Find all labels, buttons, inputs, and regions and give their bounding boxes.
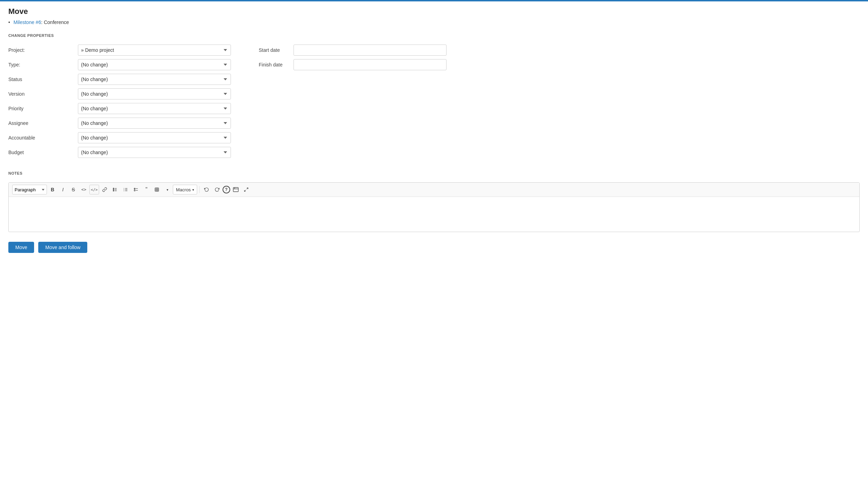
move-button[interactable]: Move <box>8 242 34 253</box>
priority-label: Priority <box>8 106 78 111</box>
change-properties-header: CHANGE PROPERTIES <box>8 33 860 39</box>
start-date-input[interactable] <box>294 45 447 56</box>
unordered-list-button[interactable] <box>110 185 120 194</box>
finish-date-row: Finish date <box>259 59 447 70</box>
priority-select[interactable]: (No change) <box>78 103 231 114</box>
notes-header: NOTES <box>8 171 860 177</box>
milestone-line: • Milestone #6: Conference <box>8 19 860 25</box>
start-date-row: Start date <box>259 45 447 56</box>
redo-button[interactable] <box>212 185 222 194</box>
type-label: Type: <box>8 62 78 67</box>
notes-section: NOTES Paragraph B I S <> </> 123 " <box>8 171 860 232</box>
change-properties-section: CHANGE PROPERTIES Project: » Demo projec… <box>8 33 860 161</box>
status-label: Status <box>8 77 78 82</box>
accountable-row: Accountable (No change) <box>8 132 231 143</box>
assignee-row: Assignee (No change) <box>8 118 231 129</box>
bold-button[interactable]: B <box>48 185 57 194</box>
bullet: • <box>8 19 10 25</box>
table-button[interactable] <box>152 185 162 194</box>
link-button[interactable] <box>100 185 110 194</box>
page-title: Move <box>8 7 860 16</box>
editor-toolbar: Paragraph B I S <> </> 123 " ▾ <box>9 183 859 197</box>
strikethrough-button[interactable]: S <box>69 185 78 194</box>
type-row: Type: (No change) <box>8 59 231 70</box>
milestone-link[interactable]: Milestone #6 <box>14 19 41 25</box>
svg-rect-21 <box>233 188 238 192</box>
version-row: Version (No change) <box>8 88 231 99</box>
fullscreen-button[interactable] <box>241 185 251 194</box>
macros-label: Macros <box>176 187 191 192</box>
assignee-select[interactable]: (No change) <box>78 118 231 129</box>
budget-row: Budget (No change) <box>8 147 231 158</box>
svg-rect-16 <box>155 188 159 192</box>
macros-chevron-icon: ▾ <box>192 188 194 192</box>
notes-editor: Paragraph B I S <> </> 123 " ▾ <box>8 182 860 232</box>
milestone-text: : Conference <box>41 19 69 25</box>
move-follow-button[interactable]: Move and follow <box>38 242 87 253</box>
budget-select[interactable]: (No change) <box>78 147 231 158</box>
checklist-button[interactable] <box>131 185 141 194</box>
start-date-label: Start date <box>259 47 294 53</box>
svg-text:3: 3 <box>123 190 124 192</box>
finish-date-label: Finish date <box>259 62 294 67</box>
version-select[interactable]: (No change) <box>78 88 231 99</box>
table-dropdown-button[interactable]: ▾ <box>162 185 172 194</box>
type-select[interactable]: (No change) <box>78 59 231 70</box>
toolbar-separator-1 <box>199 186 200 193</box>
blockquote-button[interactable]: " <box>142 185 151 194</box>
svg-point-4 <box>113 189 114 190</box>
inline-code-button[interactable]: </> <box>89 185 99 194</box>
version-label: Version <box>8 91 78 97</box>
preview-button[interactable] <box>231 185 241 194</box>
budget-label: Budget <box>8 150 78 155</box>
ordered-list-button[interactable]: 123 <box>121 185 130 194</box>
assignee-label: Assignee <box>8 120 78 126</box>
notes-editor-body[interactable] <box>9 197 859 232</box>
project-row: Project: » Demo project <box>8 45 231 56</box>
project-label: Project: <box>8 47 78 53</box>
top-bar <box>0 0 868 1</box>
undo-button[interactable] <box>202 185 211 194</box>
accountable-label: Accountable <box>8 135 78 141</box>
macros-dropdown[interactable]: Macros ▾ <box>173 185 197 194</box>
paragraph-select[interactable]: Paragraph <box>12 185 47 194</box>
priority-row: Priority (No change) <box>8 103 231 114</box>
status-select[interactable]: (No change) <box>78 74 231 85</box>
svg-rect-13 <box>134 190 135 191</box>
help-button[interactable]: ? <box>223 186 230 193</box>
actions-row: Move Move and follow <box>8 242 860 253</box>
accountable-select[interactable]: (No change) <box>78 132 231 143</box>
finish-date-input[interactable] <box>294 59 447 70</box>
svg-point-5 <box>113 190 114 191</box>
code-button[interactable]: <> <box>79 185 89 194</box>
project-select[interactable]: » Demo project <box>78 45 231 56</box>
svg-point-3 <box>113 188 114 189</box>
status-row: Status (No change) <box>8 74 231 85</box>
italic-button[interactable]: I <box>58 185 68 194</box>
